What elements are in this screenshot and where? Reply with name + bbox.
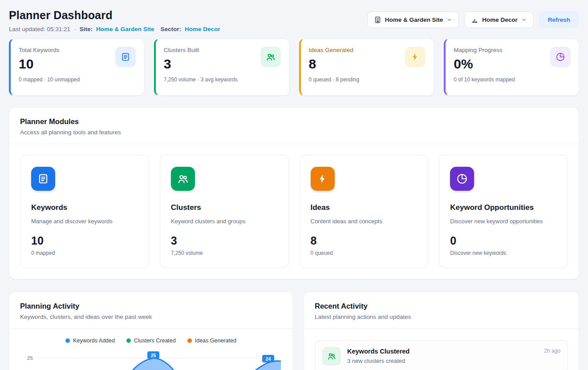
legend-item-ideas-generated[interactable]: Ideas Generated xyxy=(187,338,236,344)
module-card-clusters[interactable]: Clusters Keyword clusters and groups 3 7… xyxy=(160,155,289,268)
sector-label: Sector: xyxy=(160,26,181,32)
stat-label: Ideas Generated xyxy=(309,47,359,53)
document-icon xyxy=(31,167,55,191)
chart-legend: Keywords Added Clusters Created Ideas Ge… xyxy=(20,338,282,344)
planner-modules-section: Planner Modules Access all planning tool… xyxy=(9,107,579,279)
building-icon xyxy=(374,16,381,24)
point-label-badge: 24 xyxy=(262,355,274,362)
page-meta: Last updated: 05:31:21 · Site: Home & Ga… xyxy=(9,26,220,32)
svg-text:24: 24 xyxy=(266,356,271,362)
module-sub: 0 mapped xyxy=(31,250,138,256)
planning-activity-chart: 25 25 24 xyxy=(20,349,282,370)
last-updated: Last updated: 05:31:21 xyxy=(9,26,70,32)
stat-value: 8 xyxy=(309,57,359,71)
site-label: Site: xyxy=(80,26,93,32)
legend-item-keywords-added[interactable]: Keywords Added xyxy=(65,338,115,344)
point-label-badge: 25 xyxy=(147,351,159,359)
modules-grid: Keywords Manage and discover keywords 10… xyxy=(9,144,579,279)
activity-description: 3 new clusters created xyxy=(347,358,410,364)
legend-dot-orange xyxy=(187,338,192,343)
stat-sub: 0 queued · 8 pending xyxy=(309,76,359,83)
header-controls: Home & Garden Site Home Decor Refresh xyxy=(367,12,579,28)
page-title: Planner Dashboard xyxy=(9,9,220,22)
module-title: Keywords xyxy=(31,203,138,212)
module-card-keyword-opportunities[interactable]: Keyword Opportunities Discover new keywo… xyxy=(439,155,568,268)
stat-card-ideas-generated: Ideas Generated 8 0 queued · 8 pending xyxy=(299,39,434,96)
module-description: Manage and discover keywords xyxy=(31,218,138,225)
stat-sub: 7,250 volume · 3 avg keywords xyxy=(164,76,238,83)
planning-activity-panel: Planning Activity Keywords, clusters, an… xyxy=(9,292,293,370)
section-title: Planner Modules xyxy=(20,117,568,126)
stat-card-clusters-built: Clusters Built 3 7,250 volume · 3 avg ke… xyxy=(154,39,289,96)
module-title: Keyword Opportunities xyxy=(450,203,557,212)
panel-subtitle: Keywords, clusters, and ideas over the p… xyxy=(20,314,282,320)
refresh-button[interactable]: Refresh xyxy=(539,12,579,28)
module-sub: 7,250 volume xyxy=(171,250,278,256)
stat-label: Mapping Progress xyxy=(454,47,515,53)
module-description: Discover new keyword opportunities xyxy=(450,218,557,225)
stat-value: 3 xyxy=(164,57,238,71)
bolt-icon xyxy=(311,167,335,191)
document-icon xyxy=(115,47,136,67)
activity-timestamp: 2h ago xyxy=(544,348,560,354)
users-icon xyxy=(171,167,195,191)
stat-value: 10 xyxy=(19,57,80,71)
activity-list-item: Keywords Clustered 3 new clusters create… xyxy=(315,340,568,370)
module-value: 3 xyxy=(171,235,278,246)
legend-item-clusters-created[interactable]: Clusters Created xyxy=(126,338,176,344)
legend-dot-blue xyxy=(65,338,70,343)
module-sub: Discover new keywords xyxy=(450,250,557,256)
planning-activity-header: Planning Activity Keywords, clusters, an… xyxy=(9,292,292,329)
module-description: Keyword clusters and groups xyxy=(171,218,278,225)
site-link[interactable]: Home & Garden Site xyxy=(96,26,154,32)
stat-label: Total Keywords xyxy=(19,47,80,53)
users-icon xyxy=(260,47,281,67)
pie-icon xyxy=(450,167,474,191)
sector-selector[interactable]: Home Decor xyxy=(464,12,534,28)
activity-title: Keywords Clustered xyxy=(347,348,410,355)
legend-label: Keywords Added xyxy=(73,338,115,344)
bolt-icon xyxy=(405,47,426,67)
chevron-down-icon xyxy=(521,17,527,23)
panel-title: Recent Activity xyxy=(315,302,568,310)
meta-separator: · xyxy=(74,26,76,32)
sector-selector-label: Home Decor xyxy=(482,16,518,23)
stat-label: Clusters Built xyxy=(164,47,238,53)
chevron-down-icon xyxy=(446,17,452,23)
module-description: Content ideas and concepts xyxy=(311,218,418,225)
legend-dot-green xyxy=(126,338,131,343)
users-icon xyxy=(322,347,341,366)
stat-sub: 0 of 10 keywords mapped xyxy=(454,76,515,83)
legend-label: Ideas Generated xyxy=(195,338,236,344)
stat-card-mapping-progress: Mapping Progress 0% 0 of 10 keywords map… xyxy=(444,39,579,96)
svg-text:25: 25 xyxy=(151,353,156,358)
bottom-panels: Planning Activity Keywords, clusters, an… xyxy=(9,292,579,370)
module-value: 10 xyxy=(31,235,138,246)
area-chart-svg: 25 25 24 xyxy=(20,349,282,370)
y-axis-tick: 25 xyxy=(27,355,33,361)
site-selector[interactable]: Home & Garden Site xyxy=(367,12,459,28)
module-title: Clusters xyxy=(171,203,278,212)
panel-subtitle: Latest planning actions and updates xyxy=(315,314,568,320)
legend-label: Clusters Created xyxy=(134,338,176,344)
site-selector-label: Home & Garden Site xyxy=(385,16,443,23)
pie-icon xyxy=(550,47,571,67)
module-sub: 0 queued xyxy=(311,250,418,256)
stat-value: 0% xyxy=(454,57,515,71)
panel-title: Planning Activity xyxy=(20,302,282,310)
planner-modules-header: Planner Modules Access all planning tool… xyxy=(9,108,579,144)
stat-sub: 0 mapped · 10 unmapped xyxy=(19,76,80,83)
module-value: 8 xyxy=(311,235,418,246)
stat-cards-row: Total Keywords 10 0 mapped · 10 unmapped… xyxy=(9,39,579,96)
section-subtitle: Access all planning tools and features xyxy=(20,129,568,136)
stat-card-total-keywords: Total Keywords 10 0 mapped · 10 unmapped xyxy=(9,39,144,96)
module-card-ideas[interactable]: Ideas Content ideas and concepts 8 0 que… xyxy=(300,155,429,268)
module-value: 0 xyxy=(450,235,557,246)
sector-link[interactable]: Home Decor xyxy=(185,26,220,32)
recent-activity-panel: Recent Activity Latest planning actions … xyxy=(304,292,579,370)
module-title: Ideas xyxy=(311,203,418,212)
bar-chart-icon xyxy=(471,16,479,24)
module-card-keywords[interactable]: Keywords Manage and discover keywords 10… xyxy=(20,155,149,268)
recent-activity-header: Recent Activity Latest planning actions … xyxy=(304,292,579,329)
page-header: Planner Dashboard Last updated: 05:31:21… xyxy=(9,9,579,32)
